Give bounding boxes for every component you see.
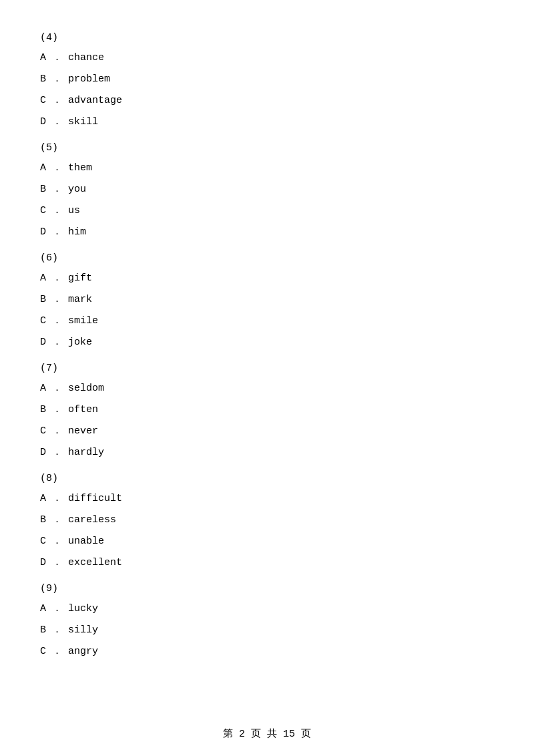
main-content: (4)A ． chanceB ． problemC ． advantageD ．… (0, 0, 534, 705)
option-5-0: A ． lucky (40, 601, 494, 617)
option-1-1: B ． you (40, 182, 494, 198)
option-1-2: C ． us (40, 203, 494, 219)
question-number-1: (5) (40, 142, 494, 154)
page-footer: 第 2 页 共 15 页 (0, 727, 534, 740)
option-2-1: B ． mark (40, 292, 494, 308)
option-2-0: A ． gift (40, 270, 494, 287)
question-number-0: (4) (40, 32, 494, 43)
question-number-4: (8) (40, 473, 494, 484)
option-1-3: D ． him (40, 224, 494, 240)
question-number-5: (9) (40, 583, 494, 594)
option-2-3: D ． joke (40, 335, 494, 351)
option-0-0: A ． chance (40, 50, 494, 66)
option-5-1: B ． silly (40, 622, 494, 638)
option-2-2: C ． smile (40, 313, 494, 329)
option-4-1: B ． careless (40, 512, 494, 528)
option-1-0: A ． them (40, 160, 494, 176)
option-4-0: A ． difficult (40, 491, 494, 507)
option-3-2: C ． never (40, 423, 494, 439)
option-4-3: D ． excellent (40, 555, 494, 571)
option-4-2: C ． unable (40, 534, 494, 550)
option-0-2: C ． advantage (40, 93, 494, 109)
option-3-3: D ． hardly (40, 445, 494, 461)
option-5-2: C ． angry (40, 644, 494, 660)
footer-text: 第 2 页 共 15 页 (223, 729, 311, 740)
option-0-3: D ． skill (40, 114, 494, 130)
option-3-1: B ． often (40, 402, 494, 418)
option-3-0: A ． seldom (40, 381, 494, 397)
question-number-3: (7) (40, 363, 494, 374)
option-0-1: B ． problem (40, 71, 494, 87)
question-number-2: (6) (40, 252, 494, 264)
